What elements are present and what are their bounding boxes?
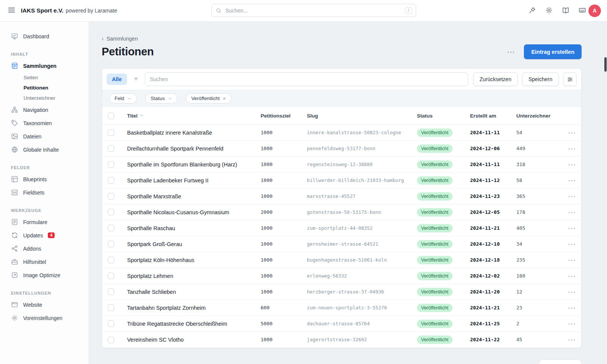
row-actions-button[interactable]: ⋯ (566, 240, 578, 249)
row-actions-button[interactable]: ⋯ (566, 271, 578, 281)
filter-pill-ver-ffentlicht[interactable]: Veröffentlicht× (186, 93, 231, 104)
row-actions-button[interactable]: ⋯ (566, 192, 578, 201)
sidebar-item-sammlungen[interactable]: Sammlungen (0, 59, 89, 72)
scrollbar-thumb[interactable] (604, 57, 607, 72)
filter-pill-feld[interactable]: Feld (109, 93, 137, 104)
row-actions-button[interactable]: ⋯ (566, 319, 578, 328)
entry-title-link[interactable]: Sportplatz Lehmen (121, 268, 255, 284)
select-all-checkbox[interactable] (108, 113, 114, 119)
sidebar-item-website[interactable]: Website (0, 298, 89, 311)
sidebar-item-hilfsmittel[interactable]: Hilfsmittel (0, 255, 89, 268)
row-actions-button[interactable]: ⋯ (566, 144, 578, 153)
remove-filter-icon[interactable]: × (223, 96, 226, 101)
sidebar-item-dateien[interactable]: Dateien (0, 130, 89, 143)
sidebar-item-formulare[interactable]: Formulare (0, 215, 89, 229)
row-select-cell (102, 284, 121, 300)
sidebar-item-navigation[interactable]: Navigation (0, 103, 89, 116)
entry-title-link[interactable]: Sporthalle Nicolaus-Cusanus-Gymnasium (121, 204, 255, 220)
row-actions-button[interactable]: ⋯ (566, 256, 578, 265)
entry-title-link[interactable]: Tanzhalle Schlieben (121, 284, 255, 300)
row-actions-button[interactable]: ⋯ (566, 303, 578, 312)
row-checkbox[interactable] (108, 161, 114, 168)
entry-title-link[interactable]: Tartanbahn Sportplatz Zornheim (121, 300, 255, 316)
sidebar-item-image-optimize[interactable]: Image Optimize (0, 268, 89, 282)
sidebar-item-fieldsets[interactable]: Fieldsets (0, 186, 89, 199)
entry-title-link[interactable]: Tribüne Regattastrecke Oberschleißheim (121, 316, 255, 332)
entry-title-link[interactable]: Dreifachturnhalle Sportpark Pennenfeld (121, 141, 255, 157)
create-entry-button[interactable]: Eintrag erstellen (524, 44, 582, 59)
entry-signers-count: 12 (510, 284, 560, 300)
sidebar-item-blueprints[interactable]: Blueprints (0, 173, 89, 186)
save-button[interactable]: Speichern (522, 72, 559, 86)
keyboard-button[interactable] (579, 6, 586, 15)
sidebar-item-label: Taxonomien (23, 120, 52, 126)
row-actions-button[interactable]: ⋯ (566, 128, 578, 137)
row-checkbox[interactable] (108, 177, 114, 184)
entry-title-link[interactable]: Sporthalle Raschau (121, 220, 255, 236)
column-header-status[interactable]: Status (411, 107, 464, 125)
row-actions-button[interactable]: ⋯ (566, 160, 578, 169)
book-button[interactable] (562, 6, 569, 15)
row-checkbox[interactable] (108, 337, 114, 343)
entry-title-link[interactable]: Sporthalle Marxstraße (121, 188, 255, 204)
row-checkbox[interactable] (108, 145, 114, 152)
row-select-cell (102, 188, 121, 204)
entry-slug: marxstrasse-45527 (301, 188, 411, 204)
filter-pill-status[interactable]: Status (145, 93, 178, 104)
sidebar-item-globale-inhalte[interactable]: Globale Inhalte (0, 143, 89, 156)
sidebar-subitem-petitionen[interactable]: Petitionen (0, 83, 89, 93)
row-checkbox[interactable] (108, 273, 114, 279)
row-checkbox[interactable] (108, 209, 114, 215)
pin-button[interactable] (528, 6, 536, 15)
sidebar-item-label: Dateien (23, 133, 41, 140)
sidebar-item-updates[interactable]: Updates4 (0, 229, 89, 242)
menu-toggle-button[interactable] (6, 5, 17, 17)
entry-title-link[interactable]: Sportpark Groß-Gerau (121, 236, 255, 252)
table-search-input[interactable] (145, 72, 468, 86)
sidebar-item-taxonomien[interactable]: Taxonomien (0, 116, 89, 130)
row-checkbox[interactable] (108, 129, 114, 136)
column-header-slug[interactable]: Slug (301, 107, 411, 125)
column-header-erstellt-am[interactable]: Erstellt am (464, 107, 510, 125)
row-actions-button[interactable]: ⋯ (566, 224, 578, 233)
entry-title-link[interactable]: Sporthalle Ladenbeker Furtweg II (121, 173, 255, 188)
row-actions-cell: ⋯ (560, 125, 582, 141)
sidebar-subitem-unterzeichner[interactable]: Unterzeichner (0, 93, 89, 103)
sidebar-subitem-seiten[interactable]: Seiten (0, 72, 89, 83)
row-actions-button[interactable]: ⋯ (566, 287, 578, 297)
entry-title-link[interactable]: Basketballplatz innere Kanalstraße (121, 125, 255, 141)
reset-button[interactable]: Zurücksetzen (473, 72, 518, 86)
avatar[interactable]: A (588, 5, 601, 17)
pagination-partial[interactable] (539, 359, 582, 364)
row-checkbox[interactable] (108, 225, 114, 231)
entry-status-cell: Veröffentlicht (411, 188, 464, 204)
entry-title-link[interactable]: Vereinsheim SC Vlotho (121, 332, 255, 348)
column-header-titel[interactable]: Titel (121, 107, 255, 125)
table-header: TitelPetitionszielSlugStatusErstellt amU… (102, 107, 582, 125)
row-actions-button[interactable]: ⋯ (566, 208, 578, 217)
row-actions-button[interactable]: ⋯ (566, 176, 578, 185)
row-checkbox[interactable] (108, 193, 114, 199)
entry-status-cell: Veröffentlicht (411, 252, 464, 268)
entry-title-link[interactable]: Sportplatz Köln-Höhenhaus (121, 252, 255, 268)
row-checkbox[interactable] (108, 320, 114, 327)
column-header-petitionsziel[interactable]: Petitionsziel (255, 107, 301, 125)
gear-button[interactable] (545, 6, 553, 15)
search-shortcut-hint: / (405, 7, 412, 14)
add-view-button[interactable] (131, 75, 141, 83)
column-header-unterzeichner[interactable]: Unterzeichner (510, 107, 560, 125)
row-checkbox[interactable] (108, 304, 114, 311)
sidebar-item-dashboard[interactable]: Dashboard (0, 30, 89, 43)
entry-title-link[interactable]: Sporthalle im Sportforum Blankenburg (Ha… (121, 157, 255, 173)
row-checkbox[interactable] (108, 241, 114, 247)
table-options-button[interactable] (563, 72, 577, 86)
sidebar-item-addons[interactable]: Addons (0, 242, 89, 255)
row-actions-button[interactable]: ⋯ (566, 335, 578, 344)
row-checkbox[interactable] (108, 289, 114, 295)
row-checkbox[interactable] (108, 257, 114, 263)
page-more-actions-button[interactable]: ⋯ (505, 47, 516, 57)
global-search-input[interactable] (225, 7, 402, 14)
sidebar-item-voreinstellungen[interactable]: Voreinstellungen (0, 311, 89, 325)
breadcrumb[interactable]: ‹ Sammlungen (102, 35, 138, 42)
filter-tab-all[interactable]: Alle (107, 74, 127, 85)
